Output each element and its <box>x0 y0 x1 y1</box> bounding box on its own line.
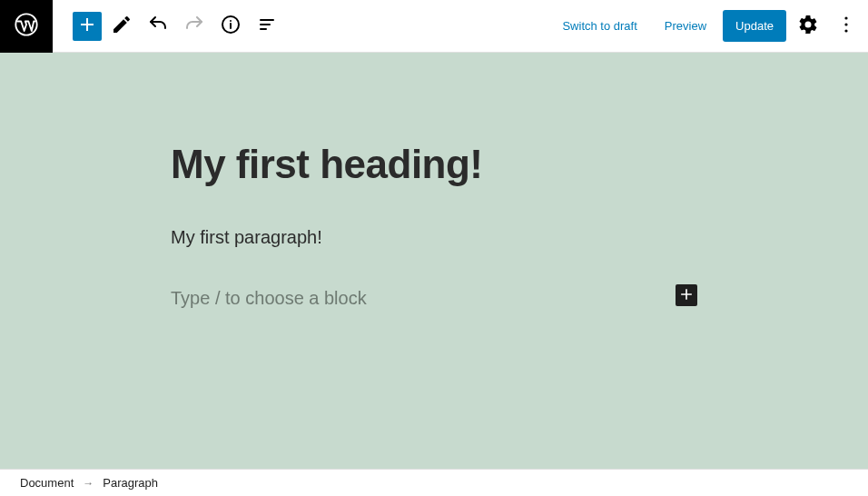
block-breadcrumb: Document → Paragraph <box>0 469 868 496</box>
tool-group <box>73 10 283 43</box>
block-inserter-button[interactable] <box>73 12 102 41</box>
block-placeholder-input[interactable] <box>171 288 697 309</box>
svg-point-9 <box>844 29 847 32</box>
switch-to-draft-button[interactable]: Switch to draft <box>551 12 647 40</box>
post-content: My first heading! My first paragraph! <box>153 53 715 345</box>
toolbar-right: Switch to draft Preview Update <box>551 10 868 43</box>
plus-icon <box>677 285 695 306</box>
tools-button[interactable] <box>105 10 138 43</box>
preview-button[interactable]: Preview <box>654 12 717 40</box>
undo-icon <box>147 14 169 38</box>
gear-icon <box>797 14 819 38</box>
svg-point-8 <box>844 23 847 25</box>
inline-inserter-button[interactable] <box>676 284 697 306</box>
empty-block <box>171 288 697 309</box>
wordpress-logo-button[interactable] <box>0 0 53 53</box>
svg-point-7 <box>844 16 847 19</box>
redo-icon <box>183 14 205 38</box>
redo-button[interactable] <box>178 10 211 43</box>
editor-toolbar: Switch to draft Preview Update <box>0 0 868 53</box>
editor-canvas[interactable]: My first heading! My first paragraph! <box>0 53 868 469</box>
outline-button[interactable] <box>251 10 283 43</box>
plus-icon <box>76 14 98 38</box>
options-button[interactable] <box>830 10 863 43</box>
settings-button[interactable] <box>792 10 824 43</box>
more-vertical-icon <box>835 14 857 38</box>
arrow-right-icon: → <box>83 477 94 490</box>
breadcrumb-root[interactable]: Document <box>20 476 74 490</box>
wordpress-icon <box>14 12 39 41</box>
breadcrumb-current[interactable]: Paragraph <box>103 476 158 490</box>
toolbar-left <box>0 0 283 52</box>
canvas-wrap: My first heading! My first paragraph! Do… <box>0 53 868 496</box>
list-view-icon <box>256 14 278 38</box>
pencil-icon <box>111 14 133 38</box>
update-button[interactable]: Update <box>723 10 786 42</box>
info-icon <box>220 14 242 38</box>
app-root: Switch to draft Preview Update My first … <box>0 0 868 496</box>
undo-button[interactable] <box>142 10 174 43</box>
details-button[interactable] <box>214 10 247 43</box>
post-title[interactable]: My first heading! <box>171 142 697 187</box>
paragraph-block[interactable]: My first paragraph! <box>171 227 697 248</box>
